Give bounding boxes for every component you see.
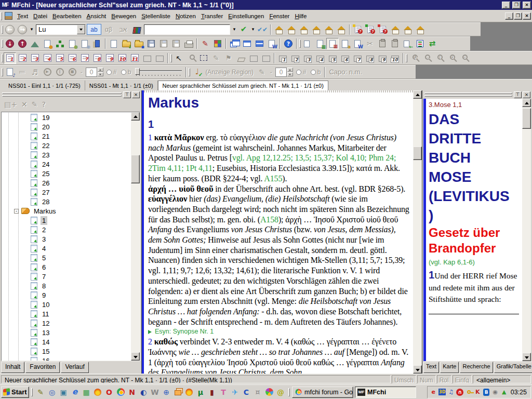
export-table-red-button[interactable]: ▦ <box>326 38 339 49</box>
text-shortcut[interactable]: T <box>218 387 229 398</box>
volume-tray-icon[interactable]: ◉ <box>491 388 499 396</box>
latin-text-button[interactable]: ab <box>87 24 101 35</box>
zoom-pan-button[interactable]: ✛ <box>408 52 420 64</box>
search-shortcut[interactable]: ◎ <box>46 387 58 398</box>
ie-shortcut[interactable]: e <box>69 387 81 398</box>
c-shortcut[interactable]: C <box>241 387 252 398</box>
cd-page-icon[interactable]: ◉ <box>78 38 91 49</box>
download-button[interactable]: ↓ <box>4 38 16 49</box>
close-icon[interactable]: × <box>132 91 140 98</box>
view-preset-11[interactable] <box>128 52 141 64</box>
hebrew-text-button[interactable]: אב <box>116 24 130 35</box>
scroll-down-icon[interactable] <box>413 365 422 374</box>
panel-grip[interactable]: ⊤ × <box>423 91 531 98</box>
cascade-windows-button[interactable] <box>228 38 241 49</box>
main-scrollbar[interactable] <box>413 90 422 374</box>
menu-text[interactable]: Text <box>15 11 31 21</box>
scroll-up-icon[interactable] <box>131 112 140 121</box>
table-preset-10[interactable] <box>389 52 401 64</box>
table-preset-7[interactable] <box>351 52 364 64</box>
child-restore-button[interactable]: ❐ <box>514 12 522 20</box>
new-document-button[interactable] <box>108 38 120 49</box>
view-preset-9[interactable] <box>103 52 116 64</box>
tab-verlauf[interactable]: Verlauf <box>61 362 88 373</box>
minimize-button[interactable]: _ <box>502 2 510 9</box>
single-window-button[interactable] <box>241 38 253 49</box>
zoom-width-button[interactable]: ↔ <box>420 52 433 64</box>
firefox-shortcut[interactable] <box>92 387 103 398</box>
mediaplayer-shortcut[interactable]: ◐ <box>138 387 149 398</box>
menu-ansicht[interactable]: Ansicht <box>84 11 109 21</box>
restore-button[interactable]: ❐ <box>512 2 521 9</box>
tab-recherche[interactable]: Recherche <box>460 362 493 373</box>
cursor-mode-button[interactable]: ↖ <box>172 52 185 64</box>
table-preset-2[interactable] <box>289 52 301 64</box>
ebay-tray-icon[interactable]: e <box>430 388 437 396</box>
toolbar-grip[interactable] <box>1 12 2 20</box>
toolbar-grip[interactable] <box>406 54 407 62</box>
menu-fenster[interactable]: Fenster <box>267 11 292 21</box>
split-window-button[interactable] <box>253 38 265 49</box>
books-icon[interactable] <box>130 24 143 35</box>
home-button-2[interactable] <box>285 24 298 35</box>
copy-page-button[interactable] <box>301 38 314 49</box>
tree-item-3[interactable]: 3 <box>2 234 131 244</box>
eraser-button[interactable] <box>235 52 247 64</box>
options-grid-icon[interactable] <box>211 38 224 49</box>
go-button[interactable]: ✔ <box>237 24 250 35</box>
toolbar-grip[interactable] <box>2 25 3 34</box>
view-preset-5[interactable] <box>54 52 66 64</box>
stop-button[interactable]: ■ <box>66 66 78 78</box>
tree-item-10[interactable]: 10 <box>2 300 131 309</box>
tree-item-5[interactable]: 5 <box>2 253 131 262</box>
table-preset-3[interactable] <box>301 52 314 64</box>
pause-button[interactable]: ∥ <box>54 66 66 78</box>
greek-text-button[interactable]: αβ <box>101 24 116 35</box>
flag-button[interactable]: ⚑ <box>222 52 235 64</box>
notes-shortcut[interactable]: ✎ <box>35 387 46 398</box>
menu-transfer[interactable]: Transfer <box>198 11 225 21</box>
swirl-shortcut[interactable]: @ <box>275 387 286 398</box>
child-minimize-button[interactable]: _ <box>505 12 513 20</box>
open-button[interactable]: ↓ <box>120 38 132 49</box>
view-preset-2[interactable] <box>16 52 29 64</box>
home-button-6[interactable] <box>335 24 348 35</box>
help-icon[interactable]: ? <box>42 100 45 109</box>
save-all-button[interactable] <box>170 38 182 49</box>
chrome-shortcut[interactable] <box>115 387 126 398</box>
edit-icon[interactable]: ✎ <box>32 100 38 109</box>
tree-item-19[interactable]: 19 <box>2 113 131 122</box>
table-edit-1[interactable] <box>247 52 260 64</box>
menu-bewegen[interactable]: Bewegen <box>109 11 139 21</box>
back-button[interactable]: ← <box>4 24 16 35</box>
document-tab-3[interactable]: Neuer sprachlicher Schlüssel zum griech.… <box>158 81 328 90</box>
bluetooth-tray-icon[interactable]: B <box>483 388 490 396</box>
add-books-icon[interactable]: ▤+ <box>4 100 17 109</box>
close-icon[interactable]: × <box>523 91 530 98</box>
transpose-spinner[interactable]: 0 <box>86 68 103 77</box>
windows-shortcut[interactable] <box>172 387 183 398</box>
tree-item-27[interactable]: 27 <box>2 188 131 197</box>
zoom-in-button[interactable]: + <box>445 52 458 64</box>
toolbar-grip[interactable] <box>2 68 3 76</box>
menu-datei[interactable]: Datei <box>31 11 50 21</box>
table-preset-5[interactable] <box>326 52 339 64</box>
bible-version-combo[interactable]: Lu <box>36 24 86 35</box>
view-preset-4[interactable] <box>41 52 54 64</box>
save-copy-button[interactable] <box>157 38 170 49</box>
selection-mode-button[interactable] <box>197 52 210 64</box>
sharp-radio[interactable]: # <box>104 69 119 76</box>
query-list-3[interactable] <box>377 24 389 35</box>
tools-icon[interactable]: ✎ <box>199 38 211 49</box>
menu-stellenliste[interactable]: Stellenliste <box>139 11 173 21</box>
export-table-green-button[interactable]: ▦ <box>314 38 326 49</box>
tree-scrollbar[interactable] <box>131 112 140 361</box>
k-tray-icon[interactable]: K <box>474 388 482 396</box>
bird-page-icon-1[interactable]: ● <box>41 38 54 49</box>
forward-button[interactable]: → <box>16 24 29 35</box>
tree-item-9[interactable]: 9 <box>2 290 131 300</box>
menu-bearbeiten[interactable]: Bearbeiten <box>50 11 84 21</box>
region-edit-button[interactable]: ✎ <box>256 66 268 78</box>
delete-icon[interactable]: ✕ <box>21 100 28 109</box>
home-button-5[interactable] <box>323 24 335 35</box>
